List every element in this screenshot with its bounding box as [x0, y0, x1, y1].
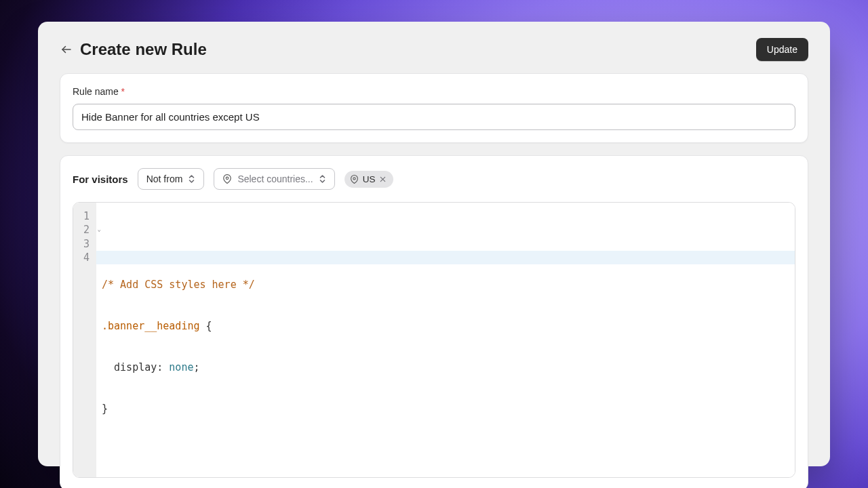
- visitors-card: For visitors Not from Select countries..…: [60, 155, 808, 488]
- modal-panel: Create new Rule Update Rule name * For v…: [38, 22, 830, 466]
- css-editor[interactable]: 1 2 3 4 ⌄ /* Add CSS styles here */ .ban…: [73, 202, 795, 478]
- page-title: Create new Rule: [80, 40, 207, 59]
- header-bar: Create new Rule Update: [60, 35, 808, 73]
- back-arrow-icon[interactable]: [60, 43, 73, 56]
- editor-code-area[interactable]: /* Add CSS styles here */ .banner__headi…: [96, 203, 795, 477]
- required-mark: *: [121, 86, 125, 97]
- update-button[interactable]: Update: [756, 38, 808, 61]
- for-visitors-label: For visitors: [73, 174, 128, 185]
- chevron-updown-icon: [319, 174, 326, 184]
- remove-tag-icon[interactable]: [379, 176, 387, 183]
- map-pin-icon: [222, 174, 232, 184]
- country-select[interactable]: Select countries...: [214, 168, 334, 190]
- condition-value: Not from: [146, 174, 183, 184]
- map-pin-icon: [350, 174, 359, 184]
- editor-gutter: 1 2 3 4 ⌄: [73, 203, 96, 477]
- condition-select[interactable]: Not from: [138, 168, 205, 190]
- svg-point-1: [226, 177, 229, 180]
- country-placeholder: Select countries...: [237, 174, 313, 184]
- rule-name-label: Rule name *: [73, 86, 795, 97]
- chevron-updown-icon: [188, 174, 195, 184]
- country-tag-us: US: [344, 171, 394, 188]
- rule-name-input[interactable]: [73, 104, 795, 130]
- rule-name-card: Rule name *: [60, 73, 808, 143]
- country-tag-label: US: [363, 174, 376, 184]
- svg-point-2: [353, 177, 355, 179]
